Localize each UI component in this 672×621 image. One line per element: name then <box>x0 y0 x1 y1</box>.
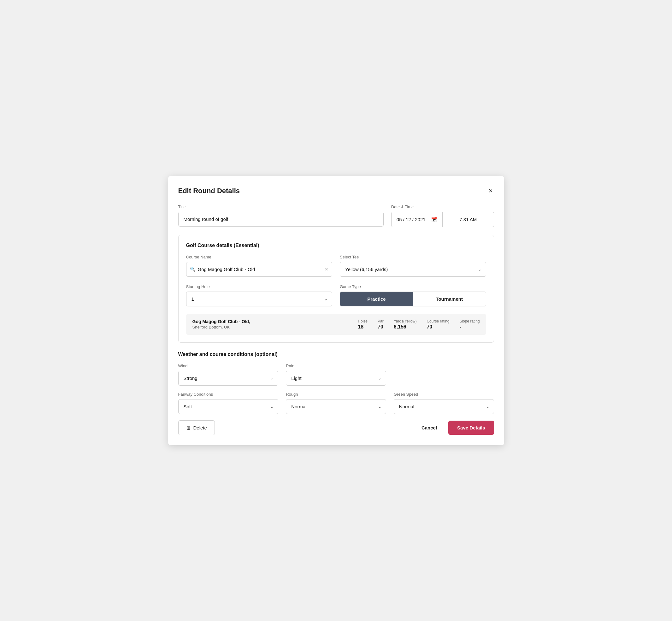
modal-header: Edit Round Details × <box>178 186 494 196</box>
delete-button[interactable]: 🗑 Delete <box>178 420 215 435</box>
course-name-label: Course Name <box>186 255 333 259</box>
course-name-group: Course Name 🔍 ✕ <box>186 255 333 277</box>
wind-rain-row: Wind Calm Light Moderate Strong ⌄ Rain N… <box>178 364 494 385</box>
save-button[interactable]: Save Details <box>448 421 494 435</box>
par-stat: Par 70 <box>378 319 384 330</box>
holes-stat: Holes 18 <box>358 319 368 330</box>
starting-hole-group: Starting Hole 123 456 78910 ⌄ <box>186 284 333 306</box>
yards-stat: Yards(Yellow) 6,156 <box>394 319 417 330</box>
delete-label: Delete <box>194 425 207 430</box>
datetime-label: Date & Time <box>391 204 494 209</box>
datetime-group: Date & Time 05 / 12 / 2021 📅 7:31 AM <box>391 204 494 227</box>
title-group: Title <box>178 204 384 227</box>
game-type-group: Game Type Practice Tournament <box>340 284 486 306</box>
course-search-wrapper: 🔍 ✕ <box>186 262 333 277</box>
tee-select[interactable]: Yellow (6,156 yards) Red (5,500 yards) W… <box>340 262 486 277</box>
time-field[interactable]: 7:31 AM <box>443 212 494 227</box>
course-rating-value: 70 <box>426 324 449 330</box>
course-rating-stat: Course rating 70 <box>426 319 449 330</box>
wind-group: Wind Calm Light Moderate Strong ⌄ <box>178 364 279 385</box>
course-tee-row: Course Name 🔍 ✕ Select Tee Yellow (6,156… <box>186 255 486 277</box>
modal-title: Edit Round Details <box>178 187 240 195</box>
rain-select[interactable]: None Light Moderate Heavy <box>286 371 386 385</box>
tee-select-wrapper: Yellow (6,156 yards) Red (5,500 yards) W… <box>340 262 486 277</box>
hole-gametype-row: Starting Hole 123 456 78910 ⌄ Game Type … <box>186 284 486 306</box>
tournament-button[interactable]: Tournament <box>413 292 486 306</box>
yards-value: 6,156 <box>394 324 417 330</box>
course-info-name: Gog Magog Golf Club - Old, <box>193 319 251 324</box>
practice-button[interactable]: Practice <box>340 292 413 306</box>
conditions-row: Fairway Conditions Firm Normal Soft Wet … <box>178 392 494 414</box>
hole-select-wrapper: 123 456 78910 ⌄ <box>186 292 333 306</box>
spacer <box>394 364 494 385</box>
wind-label: Wind <box>178 364 279 368</box>
fairway-group: Fairway Conditions Firm Normal Soft Wet … <box>178 392 279 414</box>
course-stats: Holes 18 Par 70 Yards(Yellow) 6,156 Cour… <box>358 319 479 330</box>
course-name-input[interactable] <box>186 262 333 277</box>
calendar-icon: 📅 <box>431 216 437 222</box>
title-label: Title <box>178 204 384 209</box>
cancel-button[interactable]: Cancel <box>415 421 443 435</box>
course-info-text: Gog Magog Golf Club - Old, Shelford Bott… <box>193 319 251 329</box>
yards-label: Yards(Yellow) <box>394 319 417 323</box>
rain-select-wrapper: None Light Moderate Heavy ⌄ <box>286 371 386 385</box>
course-rating-label: Course rating <box>426 319 449 323</box>
holes-value: 18 <box>358 324 368 330</box>
select-tee-label: Select Tee <box>340 255 486 259</box>
starting-hole-label: Starting Hole <box>186 284 333 289</box>
clear-icon[interactable]: ✕ <box>325 266 328 272</box>
date-value: 05 / 12 / 2021 <box>396 217 426 222</box>
rough-group: Rough Short Normal Long Very Long ⌄ <box>286 392 386 414</box>
game-type-toggle: Practice Tournament <box>340 292 486 306</box>
slope-rating-label: Slope rating <box>459 319 479 323</box>
holes-label: Holes <box>358 319 368 323</box>
title-input[interactable] <box>178 212 384 226</box>
course-info-location: Shelford Bottom, UK <box>193 325 251 329</box>
date-field[interactable]: 05 / 12 / 2021 📅 <box>391 212 443 227</box>
rough-label: Rough <box>286 392 386 397</box>
fairway-select-wrapper: Firm Normal Soft Wet ⌄ <box>178 399 279 414</box>
close-button[interactable]: × <box>488 186 494 196</box>
starting-hole-select[interactable]: 123 456 78910 <box>186 292 333 306</box>
select-tee-group: Select Tee Yellow (6,156 yards) Red (5,5… <box>340 255 486 277</box>
search-icon: 🔍 <box>190 266 195 272</box>
rain-group: Rain None Light Moderate Heavy ⌄ <box>286 364 386 385</box>
weather-section: Weather and course conditions (optional)… <box>178 351 494 414</box>
trash-icon: 🗑 <box>186 425 191 430</box>
rain-label: Rain <box>286 364 386 368</box>
game-type-label: Game Type <box>340 284 486 289</box>
green-speed-label: Green Speed <box>394 392 494 397</box>
title-datetime-row: Title Date & Time 05 / 12 / 2021 📅 7:31 … <box>178 204 494 227</box>
rough-select-wrapper: Short Normal Long Very Long ⌄ <box>286 399 386 414</box>
slope-rating-stat: Slope rating - <box>459 319 479 330</box>
rough-select[interactable]: Short Normal Long Very Long <box>286 399 386 414</box>
wind-select[interactable]: Calm Light Moderate Strong <box>178 371 279 385</box>
par-value: 70 <box>378 324 384 330</box>
course-info-bar: Gog Magog Golf Club - Old, Shelford Bott… <box>186 314 486 335</box>
weather-title: Weather and course conditions (optional) <box>178 351 494 357</box>
footer-actions: 🗑 Delete Cancel Save Details <box>178 420 494 435</box>
fairway-label: Fairway Conditions <box>178 392 279 397</box>
par-label: Par <box>378 319 384 323</box>
golf-course-section: Golf Course details (Essential) Course N… <box>178 235 494 343</box>
time-value: 7:31 AM <box>459 217 477 222</box>
footer-right: Cancel Save Details <box>415 421 494 435</box>
golf-course-title: Golf Course details (Essential) <box>186 243 486 248</box>
datetime-fields: 05 / 12 / 2021 📅 7:31 AM <box>391 212 494 227</box>
green-speed-group: Green Speed Slow Normal Fast Very Fast ⌄ <box>394 392 494 414</box>
wind-select-wrapper: Calm Light Moderate Strong ⌄ <box>178 371 279 385</box>
edit-round-modal: Edit Round Details × Title Date & Time 0… <box>168 176 504 445</box>
green-speed-select[interactable]: Slow Normal Fast Very Fast <box>394 399 494 414</box>
slope-rating-value: - <box>459 324 479 330</box>
fairway-select[interactable]: Firm Normal Soft Wet <box>178 399 279 414</box>
green-speed-select-wrapper: Slow Normal Fast Very Fast ⌄ <box>394 399 494 414</box>
